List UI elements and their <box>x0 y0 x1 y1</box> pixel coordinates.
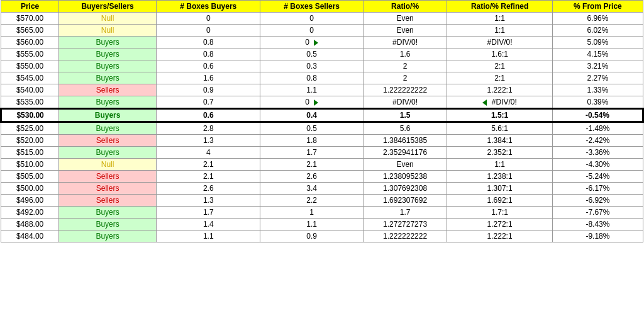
cell-boxes-buyers: 0.8 <box>156 37 260 48</box>
cell-boxes-buyers: 4 <box>156 147 260 159</box>
cell-boxes-sellers: 0 <box>260 37 363 48</box>
cell-buyers-sellers: Buyers <box>59 230 157 242</box>
cell-ratio: 1.238095238 <box>363 171 447 183</box>
cell-boxes-sellers: 1.7 <box>260 147 363 159</box>
cell-buyers-sellers: Sellers <box>59 135 157 147</box>
cell-boxes-buyers: 2.6 <box>156 183 260 195</box>
cell-price: $488.00 <box>1 219 59 230</box>
cell-from-price: -7.67% <box>552 207 643 219</box>
header-from-price: % From Price <box>552 1 643 13</box>
cell-ratio-refined: 1.307:1 <box>447 183 553 195</box>
cell-boxes-buyers: 1.1 <box>156 230 260 242</box>
cell-boxes-sellers: 1.1 <box>260 219 363 230</box>
cell-boxes-sellers: 0.9 <box>260 230 363 242</box>
cell-from-price: -3.36% <box>552 147 643 159</box>
header-boxes-buyers: # Boxes Buyers <box>156 1 260 13</box>
cell-buyers-sellers: Buyers <box>59 48 157 60</box>
cell-from-price: -6.92% <box>552 195 643 207</box>
cell-boxes-sellers: 0.5 <box>260 48 363 60</box>
cell-ratio-refined: 1.238:1 <box>447 171 553 183</box>
triangle-right-icon <box>314 100 318 106</box>
cell-ratio: 1.6 <box>363 48 447 60</box>
cell-boxes-sellers: 0.8 <box>260 72 363 84</box>
cell-from-price: -4.30% <box>552 159 643 171</box>
cell-from-price: 4.15% <box>552 48 643 60</box>
cell-buyers-sellers: Null <box>59 25 157 37</box>
cell-ratio-refined: 1.384:1 <box>447 135 553 147</box>
cell-buyers-sellers: Buyers <box>59 109 157 122</box>
cell-price: $530.00 <box>1 109 59 122</box>
cell-boxes-buyers: 0 <box>156 13 260 25</box>
cell-from-price: 2.27% <box>552 72 643 84</box>
cell-ratio: 1.222222222 <box>363 230 447 242</box>
cell-ratio-refined: 1.7:1 <box>447 207 553 219</box>
cell-from-price: 3.21% <box>552 60 643 72</box>
cell-from-price: -1.48% <box>552 122 643 135</box>
cell-buyers-sellers: Sellers <box>59 84 157 96</box>
cell-ratio-refined: 5.6:1 <box>447 122 553 135</box>
cell-price: $510.00 <box>1 159 59 171</box>
header-boxes-sellers: # Boxes Sellers <box>260 1 363 13</box>
cell-from-price: 6.96% <box>552 13 643 25</box>
cell-price: $492.00 <box>1 207 59 219</box>
cell-ratio-refined: 1.5:1 <box>447 109 553 122</box>
cell-buyers-sellers: Null <box>59 13 157 25</box>
cell-price: $555.00 <box>1 48 59 60</box>
cell-boxes-sellers: 0 <box>260 96 363 109</box>
cell-boxes-buyers: 1.3 <box>156 135 260 147</box>
header-price: Price <box>1 1 59 13</box>
cell-boxes-sellers: 2.2 <box>260 195 363 207</box>
cell-ratio-refined: 1.222:1 <box>447 84 553 96</box>
cell-ratio: 1.384615385 <box>363 135 447 147</box>
cell-boxes-buyers: 0.7 <box>156 96 260 109</box>
header-ratio: Ratio/% <box>363 1 447 13</box>
cell-price: $535.00 <box>1 96 59 109</box>
cell-boxes-buyers: 2.1 <box>156 171 260 183</box>
cell-ratio-refined: #DIV/0! <box>447 37 553 48</box>
cell-price: $515.00 <box>1 147 59 159</box>
cell-price: $520.00 <box>1 135 59 147</box>
cell-boxes-sellers: 2.6 <box>260 171 363 183</box>
triangle-right-icon <box>314 40 318 46</box>
cell-buyers-sellers: Buyers <box>59 60 157 72</box>
cell-buyers-sellers: Sellers <box>59 195 157 207</box>
cell-ratio: Even <box>363 25 447 37</box>
cell-ratio-refined: #DIV/0! <box>447 96 553 109</box>
triangle-left-icon <box>482 100 487 106</box>
cell-boxes-sellers: 1 <box>260 207 363 219</box>
cell-ratio-refined: 1.692:1 <box>447 195 553 207</box>
header-buyers-sellers: Buyers/Sellers <box>59 1 157 13</box>
cell-price: $484.00 <box>1 230 59 242</box>
cell-ratio-refined: 2:1 <box>447 72 553 84</box>
cell-price: $496.00 <box>1 195 59 207</box>
cell-boxes-buyers: 0.6 <box>156 109 260 122</box>
cell-boxes-buyers: 2.1 <box>156 159 260 171</box>
cell-price: $525.00 <box>1 122 59 135</box>
cell-buyers-sellers: Null <box>59 159 157 171</box>
cell-boxes-buyers: 0.9 <box>156 84 260 96</box>
cell-from-price: 5.09% <box>552 37 643 48</box>
cell-ratio-refined: 1:1 <box>447 159 553 171</box>
cell-from-price: 1.33% <box>552 84 643 96</box>
cell-buyers-sellers: Buyers <box>59 72 157 84</box>
cell-price: $540.00 <box>1 84 59 96</box>
cell-price: $505.00 <box>1 171 59 183</box>
cell-ratio-refined: 1:1 <box>447 13 553 25</box>
cell-price: $560.00 <box>1 37 59 48</box>
cell-from-price: -8.43% <box>552 219 643 230</box>
cell-buyers-sellers: Buyers <box>59 219 157 230</box>
cell-from-price: -2.42% <box>552 135 643 147</box>
cell-ratio-refined: 1.6:1 <box>447 48 553 60</box>
cell-ratio: 5.6 <box>363 122 447 135</box>
cell-price: $565.00 <box>1 25 59 37</box>
header-ratio-refined: Ratio/% Refined <box>447 1 553 13</box>
cell-boxes-sellers: 1.1 <box>260 84 363 96</box>
cell-ratio: 2 <box>363 72 447 84</box>
cell-from-price: -5.24% <box>552 171 643 183</box>
cell-boxes-buyers: 1.6 <box>156 72 260 84</box>
cell-ratio-refined: 1.222:1 <box>447 230 553 242</box>
cell-from-price: -0.54% <box>552 109 643 122</box>
main-table: Price Buyers/Sellers # Boxes Buyers # Bo… <box>0 0 644 242</box>
cell-buyers-sellers: Sellers <box>59 171 157 183</box>
cell-boxes-buyers: 0.6 <box>156 60 260 72</box>
